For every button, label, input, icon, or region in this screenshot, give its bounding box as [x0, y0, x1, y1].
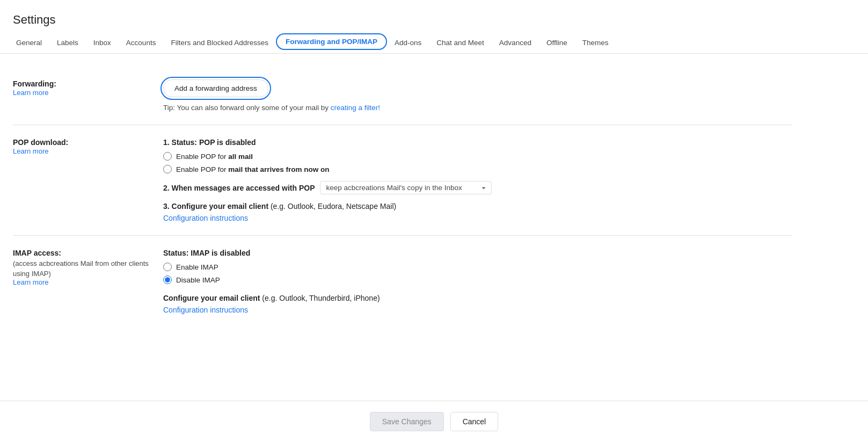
creating-filter-link[interactable]: creating a filter!: [331, 104, 380, 112]
pop-when-select[interactable]: keep acbcreations Mail's copy in the Inb…: [320, 181, 492, 194]
pop-label: POP download:: [13, 138, 150, 147]
imap-enable-row: Enable IMAP: [163, 263, 792, 271]
pop-all-mail-bold: all mail: [228, 153, 253, 161]
pop-option2-text: Enable POP for mail that arrives from no…: [176, 165, 330, 173]
tab-accounts[interactable]: Accounts: [119, 33, 164, 54]
imap-disable-label: Disable IMAP: [176, 276, 220, 284]
forwarding-label: Forwarding:: [13, 79, 150, 88]
pop-option1-row: Enable POP for all mail: [163, 152, 792, 161]
imap-disable-radio[interactable]: [163, 276, 172, 284]
pop-config-link[interactable]: Configuration instructions: [163, 214, 792, 222]
imap-enable-label: Enable IMAP: [176, 263, 218, 271]
imap-control: Status: IMAP is disabled Enable IMAP Dis…: [163, 249, 792, 314]
pop-learn-more[interactable]: Learn more: [13, 147, 48, 155]
imap-config-link[interactable]: Configuration instructions: [163, 306, 792, 314]
forwarding-control: Add a forwarding address Tip: You can al…: [163, 79, 792, 112]
imap-status-heading: Status: IMAP is disabled: [163, 249, 792, 257]
tab-offline[interactable]: Offline: [539, 33, 575, 54]
tab-forwarding[interactable]: Forwarding and POP/IMAP: [276, 33, 387, 50]
tab-chat[interactable]: Chat and Meet: [429, 33, 492, 54]
settings-content: Forwarding: Learn more Add a forwarding …: [0, 54, 805, 340]
tab-themes[interactable]: Themes: [575, 33, 616, 54]
tab-labels[interactable]: Labels: [49, 33, 86, 54]
pop-control: 1. Status: POP is disabled Enable POP fo…: [163, 138, 792, 222]
add-forwarding-address-button[interactable]: Add a forwarding address: [163, 79, 268, 97]
imap-configure-row: Configure your email client (e.g. Outloo…: [163, 294, 792, 314]
imap-label: IMAP access:: [13, 249, 150, 257]
tab-addons[interactable]: Add-ons: [387, 33, 429, 54]
pop-label-col: POP download: Learn more: [13, 138, 163, 155]
tab-general[interactable]: General: [9, 33, 49, 54]
pop-download-row: POP download: Learn more 1. Status: POP …: [13, 125, 792, 236]
page-title: Settings: [0, 0, 868, 33]
tab-filters[interactable]: Filters and Blocked Addresses: [163, 33, 276, 54]
cancel-button[interactable]: Cancel: [450, 412, 499, 431]
pop-configure-prefix: 3. Configure your email client (e.g. Out…: [163, 202, 396, 211]
pop-option1-text: Enable POP for all mail: [176, 153, 253, 161]
forwarding-tip: Tip: You can also forward only some of y…: [163, 104, 792, 112]
pop-when-row: 2. When messages are accessed with POP k…: [163, 181, 792, 194]
imap-sub1: (access acbcreations Mail from other cli…: [13, 259, 150, 267]
pop-configure-row: 3. Configure your email client (e.g. Out…: [163, 202, 792, 222]
pop-new-mail-radio[interactable]: [163, 165, 172, 173]
pop-status-heading: 1. Status: POP is disabled: [163, 138, 792, 147]
imap-disable-row: Disable IMAP: [163, 276, 792, 284]
forwarding-label-col: Forwarding: Learn more: [13, 79, 163, 97]
imap-learn-more[interactable]: Learn more: [13, 278, 48, 286]
save-changes-button[interactable]: Save Changes: [370, 412, 444, 431]
tab-inbox[interactable]: Inbox: [86, 33, 119, 54]
footer-bar: Save Changes Cancel: [0, 401, 868, 442]
pop-when-label: 2. When messages are accessed with POP: [163, 184, 315, 192]
imap-access-row: IMAP access: (access acbcreations Mail f…: [13, 236, 792, 327]
imap-enable-radio[interactable]: [163, 263, 172, 271]
tab-advanced[interactable]: Advanced: [492, 33, 539, 54]
imap-label-col: IMAP access: (access acbcreations Mail f…: [13, 249, 163, 286]
pop-new-mail-bold: mail that arrives from now on: [228, 165, 329, 173]
pop-option2-row: Enable POP for mail that arrives from no…: [163, 165, 792, 173]
forwarding-learn-more[interactable]: Learn more: [13, 89, 48, 97]
imap-configure-text: Configure your email client (e.g. Outloo…: [163, 294, 380, 302]
tabs-navigation: General Labels Inbox Accounts Filters an…: [0, 33, 868, 54]
tip-prefix: Tip: You can also forward only some of y…: [163, 104, 329, 112]
imap-sub2: using IMAP): [13, 270, 150, 278]
forwarding-row: Forwarding: Learn more Add a forwarding …: [13, 67, 792, 125]
pop-all-mail-radio[interactable]: [163, 152, 172, 161]
